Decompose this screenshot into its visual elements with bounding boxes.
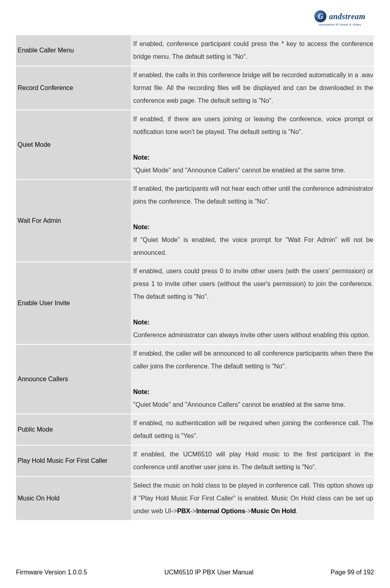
param-label: Enable Caller Menu	[16, 35, 131, 66]
moh-sep: ->	[190, 508, 196, 514]
grandstream-logo: G andstream Innovative IP Voice & Video	[306, 7, 374, 30]
table-row: Music On Hold Select the music on hold c…	[16, 477, 374, 520]
param-desc: If enabled, users could press 0 to invit…	[131, 262, 374, 344]
param-desc-text: If enabled, if there are users joining o…	[133, 113, 373, 138]
param-label: Play Hold Music For First Caller	[16, 446, 131, 476]
logo-tagline: Innovative IP Voice & Video	[319, 23, 361, 26]
header-row: G andstream Innovative IP Voice & Video	[16, 7, 374, 31]
table-row: Quiet Mode If enabled, if there are user…	[16, 110, 374, 179]
parameters-table: Enable Caller Menu If enabled, conferenc…	[16, 34, 374, 521]
note-text: "Quiet Mode" and "Announce Callers" cann…	[133, 164, 373, 177]
param-label: Public Mode	[16, 414, 131, 445]
moh-bold-pbx: PBX	[177, 508, 190, 514]
table-row: Enable User Invite If enabled, users cou…	[16, 262, 374, 344]
param-desc-text: If enabled, the caller will be announced…	[133, 347, 373, 373]
moh-sep: ->	[245, 508, 251, 514]
note-text: "Quiet Mode" and "Announce Callers" cann…	[133, 398, 373, 411]
moh-bold-internal-options: Internal Options	[196, 508, 245, 514]
document-page: G andstream Innovative IP Voice & Video …	[0, 0, 390, 588]
logo-graphic: G andstream	[314, 10, 365, 22]
footer-page-number: Page 99 of 192	[330, 569, 374, 576]
param-label: Enable User Invite	[16, 262, 131, 344]
param-label: Quiet Mode	[16, 110, 131, 179]
table-row: Wait For Admin If enabled, the participa…	[16, 180, 374, 262]
note-text: If "Quiet Mode" is enabled, the voice pr…	[133, 234, 373, 259]
param-label: Music On Hold	[16, 477, 131, 520]
note-label: Note:	[133, 388, 150, 395]
param-desc: If enabled, if there are users joining o…	[131, 110, 374, 179]
param-desc-text: If enabled, users could press 0 to invit…	[133, 265, 373, 303]
table-row: Announce Callers If enabled, the caller …	[16, 345, 374, 414]
table-row: Record Conference If enabled, the calls …	[16, 66, 374, 110]
spacer	[16, 521, 374, 558]
footer-manual-title: UCM6510 IP PBX User Manual	[164, 569, 254, 576]
table-row: Enable Caller Menu If enabled, conferenc…	[16, 35, 374, 66]
note-label: Note:	[133, 224, 150, 230]
param-desc: If enabled, conference participant could…	[131, 35, 374, 66]
param-desc: Select the music on hold class to be pla…	[131, 477, 374, 520]
moh-bold-music-on-hold: Music On Hold	[251, 508, 296, 514]
logo-brand-text: andstream	[329, 12, 365, 21]
logo-g-icon: G	[314, 10, 326, 22]
footer-firmware-version: Firmware Version 1.0.0.5	[16, 569, 87, 576]
param-label: Wait For Admin	[16, 180, 131, 262]
note-label: Note:	[133, 154, 150, 161]
param-desc: If enabled, the participants will not he…	[131, 180, 374, 262]
table-row: Play Hold Music For First Caller If enab…	[16, 446, 374, 476]
param-desc: If enabled, the UCM6510 will play Hold m…	[131, 446, 374, 476]
param-desc-text: If enabled, the participants will not he…	[133, 182, 373, 208]
param-label: Record Conference	[16, 66, 131, 110]
note-text: Conference administrator can always invi…	[133, 329, 373, 342]
param-label: Announce Callers	[16, 345, 131, 414]
table-row: Public Mode If enabled, no authenticatio…	[16, 414, 374, 445]
moh-post: .	[296, 508, 298, 514]
note-label: Note:	[133, 319, 150, 326]
param-desc: If enabled, the caller will be announced…	[131, 345, 374, 414]
param-desc: If enabled, no authentication will be re…	[131, 414, 374, 445]
param-desc: If enabled, the calls in this conference…	[131, 66, 374, 110]
page-footer: Firmware Version 1.0.0.5 UCM6510 IP PBX …	[16, 558, 374, 588]
